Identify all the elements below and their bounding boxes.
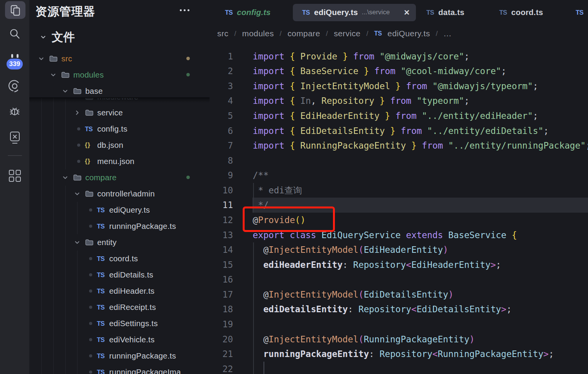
debug-bug-icon[interactable] (8, 105, 21, 118)
tree-file-ediDetails.ts[interactable]: TSediDetails.ts (29, 267, 210, 283)
ts-icon: TS (426, 9, 434, 16)
tab-label: ediQuery.ts (314, 8, 358, 17)
tree-folder-src[interactable]: src (29, 51, 210, 67)
line-number: 4 (210, 93, 233, 108)
ts-icon: TS (225, 9, 233, 16)
modified-dot (89, 225, 92, 228)
tree-item-label: base (85, 83, 103, 99)
code-text: @InjectEntityModel(EdiDetailsEntity) (253, 287, 454, 302)
section-header-files[interactable]: 文件 (29, 29, 210, 46)
chevron-down-icon (38, 56, 44, 62)
explorer-sidebar: 资源管理器 文件 middlewareserviceTSconfig.ts{}d… (29, 0, 210, 374)
tree-folder-base[interactable]: base (29, 83, 210, 99)
ts-icon: TS (374, 30, 382, 37)
tree-file-db.json[interactable]: {}db.json (29, 137, 210, 153)
tree-file-ediQuery.ts[interactable]: TSediQuery.ts (29, 202, 210, 218)
modified-dot (89, 273, 92, 276)
breadcrumb-separator: / (436, 30, 438, 38)
tab-config.ts[interactable]: TSconfig.ts (210, 0, 293, 25)
git-status-dot (186, 176, 190, 179)
json-file-icon: {} (85, 137, 90, 153)
tree-item-label: config.ts (97, 121, 127, 137)
breadcrumb-item[interactable]: service (334, 29, 360, 38)
tree-item-label: src (61, 51, 72, 67)
tree-folder-entity[interactable]: entity (29, 234, 210, 250)
ts-file-icon: TS (97, 250, 105, 267)
tree-item-label: ediReceipt.ts (109, 299, 156, 315)
modified-dot (89, 289, 92, 293)
more-actions-icon[interactable] (180, 9, 189, 11)
code-line-2: 2import { BaseService } from "@cool-midw… (210, 64, 588, 79)
tree-item-label: menu.json (97, 153, 134, 169)
code-line-18: 18 ediDetailsEntity: Repository<EdiDetai… (210, 302, 588, 317)
line-number: 12 (210, 213, 233, 228)
tree-file-ediHeader.ts[interactable]: TSediHeader.ts (29, 283, 210, 299)
line-number: 16 (210, 272, 233, 287)
tree-file-coord.ts[interactable]: TScoord.ts (29, 250, 210, 267)
tree-file-runningPackage.ts[interactable]: TSrunningPackage.ts (29, 218, 210, 234)
tab-data.ts[interactable]: TSdata.ts (416, 0, 490, 25)
ts-file-icon: TS (97, 299, 105, 315)
code-text: import { InjectEntityModel } from "@midw… (253, 79, 538, 94)
modified-dot (89, 257, 92, 260)
sidebar-title: 资源管理器 (35, 0, 95, 23)
tree-file-ediVehicle.ts[interactable]: TSediVehicle.ts (29, 332, 210, 348)
breadcrumb-file[interactable]: ediQuery.ts (387, 29, 430, 38)
breadcrumb-item[interactable]: modules (242, 29, 274, 38)
tree-item-label: entity (97, 234, 117, 250)
breadcrumb-item[interactable]: src (217, 29, 228, 38)
tree-file-runningPackageIma[interactable]: TSrunningPackageIma (29, 364, 210, 374)
line-number: 20 (210, 332, 233, 347)
tab-coord.ts[interactable]: TScoord.ts (490, 0, 567, 25)
tab-detail: ...\service (362, 8, 390, 16)
code-text: ediHeaderEntity: Repository<EdiHeaderEnt… (253, 257, 501, 272)
tree-file-ediSettings.ts[interactable]: TSediSettings.ts (29, 315, 210, 332)
line-number: 11 (210, 198, 233, 213)
breadcrumb[interactable]: src/modules/compare/service/TSediQuery.t… (217, 25, 451, 42)
tree-item-label: service (97, 105, 123, 121)
eye-icon[interactable] (8, 79, 22, 93)
line-number: 15 (210, 257, 233, 272)
ts-file-icon: TS (97, 202, 105, 218)
tree-file-menu.json[interactable]: {}menu.json (29, 153, 210, 169)
comments-badge: 339 (7, 59, 23, 69)
line-number: 5 (210, 108, 233, 124)
tab-ediQuery.ts[interactable]: TSediQuery.ts...\service✕ (293, 0, 416, 25)
annotation-red-box (243, 206, 335, 232)
code-text: import { BaseService } from "@cool-midwa… (253, 64, 507, 79)
ts-file-icon: TS (97, 283, 105, 299)
json-file-icon: {} (85, 153, 90, 169)
tab-partial[interactable]: TS (567, 0, 588, 25)
ts-file-icon: TS (85, 121, 93, 137)
tree-folder-modules[interactable]: modules (29, 67, 210, 83)
tree-folder-controller-admin[interactable]: controller\admin (29, 186, 210, 202)
vscode-window: 339 资源管理器 (0, 0, 588, 374)
tree-folder-compare[interactable]: compare (29, 169, 210, 186)
sticky-tree-rows: srcmodulesbase (29, 46, 210, 97)
breadcrumb-item[interactable]: compare (287, 29, 320, 38)
modified-dot (89, 371, 92, 374)
code-text: import { Provide } from "@midwayjs/core"… (253, 49, 470, 64)
breadcrumb-separator: / (280, 30, 282, 38)
tree-file-ediReceipt.ts[interactable]: TSediReceipt.ts (29, 299, 210, 315)
code-line-9: 9/** (210, 168, 588, 183)
line-number: 8 (210, 153, 233, 168)
breadcrumb-more[interactable]: ... (444, 29, 452, 38)
line-number: 7 (210, 138, 233, 153)
apps-grid-icon[interactable] (8, 169, 21, 182)
tree-folder-service[interactable]: service (29, 105, 210, 121)
monitor-x-icon[interactable] (8, 131, 21, 145)
code-line-8: 8 (210, 153, 588, 168)
line-number: 18 (210, 302, 233, 317)
tree-file-runningPackage.ts[interactable]: TSrunningPackage.ts (29, 348, 210, 364)
code-line-20: 20 @InjectEntityModel(RunningPackageEnti… (210, 332, 588, 347)
tree-item-label: ediSettings.ts (109, 315, 158, 332)
modified-dot (89, 322, 92, 325)
tree-file-config.ts[interactable]: TSconfig.ts (29, 121, 210, 137)
tree-item-label: ediDetails.ts (109, 267, 153, 283)
explorer-icon[interactable] (10, 5, 21, 16)
search-icon[interactable] (8, 28, 21, 41)
ts-file-icon: TS (97, 364, 105, 374)
breadcrumb-separator: / (326, 30, 328, 38)
close-icon[interactable]: ✕ (404, 8, 410, 17)
